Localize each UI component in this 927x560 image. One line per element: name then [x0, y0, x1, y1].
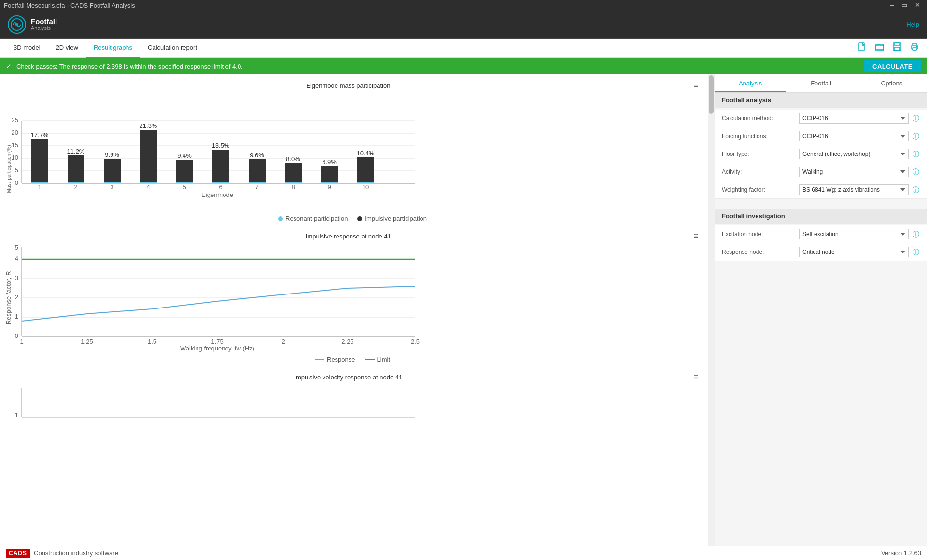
- right-tab-analysis[interactable]: Analysis: [715, 74, 786, 92]
- status-message: Check passes: The response of 2.398 is w…: [16, 63, 243, 70]
- check-icon: ✓: [6, 62, 12, 70]
- svg-text:3: 3: [15, 274, 18, 281]
- calc-method-info-button[interactable]: ⓘ: [912, 115, 920, 122]
- chart1-header: Eigenmode mass participation ≡: [5, 79, 700, 92]
- forcing-functions-select[interactable]: CCIP-016: [799, 131, 909, 141]
- app-title-block: Footfall Analysis: [31, 18, 57, 31]
- floor-type-row: Floor type: General (office, workshop) ⓘ: [715, 145, 927, 163]
- bar-6-impulsive: [212, 150, 229, 183]
- excitation-node-row: Excitation node: Self excitation ⓘ: [715, 225, 927, 243]
- svg-text:1: 1: [15, 411, 18, 419]
- save-button[interactable]: [890, 41, 904, 55]
- open-file-button[interactable]: [873, 41, 886, 55]
- calculate-button[interactable]: CALCULATE: [864, 60, 921, 72]
- chart2-menu-button[interactable]: ≡: [692, 232, 700, 240]
- right-tab-options[interactable]: Options: [857, 74, 927, 92]
- excitation-node-info-button[interactable]: ⓘ: [912, 231, 920, 238]
- close-button[interactable]: ✕: [912, 0, 923, 11]
- floor-type-label: Floor type:: [722, 151, 799, 157]
- svg-text:4: 4: [15, 255, 18, 262]
- activity-info-button[interactable]: ⓘ: [912, 168, 920, 175]
- tab-3d-model[interactable]: 3D model: [6, 39, 48, 58]
- scroll-track[interactable]: [708, 74, 715, 546]
- svg-point-8: [916, 46, 917, 47]
- svg-text:5: 5: [15, 167, 18, 174]
- chart1-menu-button[interactable]: ≡: [692, 81, 700, 90]
- legend-resonant-label: Resonant participation: [285, 215, 348, 222]
- svg-text:0: 0: [15, 179, 18, 186]
- response-node-row: Response node: Critical node ⓘ: [715, 243, 927, 261]
- excitation-node-select[interactable]: Self excitation: [799, 229, 909, 239]
- footfall-investigation-fields: Excitation node: Self excitation ⓘ Respo…: [715, 224, 927, 263]
- new-file-button[interactable]: [856, 41, 869, 55]
- calc-method-select[interactable]: CCIP-016: [799, 113, 909, 124]
- legend-response-label: Response: [327, 356, 355, 363]
- chart3-title: Impulsive velocity response at node 41: [294, 374, 402, 381]
- svg-text:2.25: 2.25: [341, 338, 353, 345]
- window-controls: – ▭ ✕: [887, 0, 923, 11]
- svg-text:9: 9: [327, 183, 331, 191]
- weighting-factor-label: Weighting factor:: [722, 186, 799, 193]
- svg-rect-5: [894, 47, 900, 50]
- svg-text:2: 2: [15, 294, 18, 301]
- calc-method-control: CCIP-016 ⓘ: [799, 113, 920, 124]
- logo-icon: [8, 15, 26, 34]
- chart3-menu-button[interactable]: ≡: [692, 373, 700, 381]
- floor-type-info-button[interactable]: ⓘ: [912, 151, 920, 157]
- scroll-thumb[interactable]: [709, 75, 714, 114]
- chart1-svg: Mass participation (%) 0 5 10 15 20 25: [5, 92, 425, 212]
- calc-method-label: Calculation method:: [722, 115, 799, 122]
- bar-7-impulsive: [249, 159, 266, 183]
- tab-2d-view[interactable]: 2D view: [48, 39, 86, 58]
- svg-text:Walking frequency, fw (Hz): Walking frequency, fw (Hz): [180, 345, 254, 352]
- title-bar: Footfall Mescouris.cfa - CADS Footfall A…: [0, 0, 927, 11]
- forcing-functions-info-button[interactable]: ⓘ: [912, 133, 920, 140]
- response-node-info-button[interactable]: ⓘ: [912, 249, 920, 255]
- svg-text:5: 5: [183, 183, 186, 191]
- minimize-button[interactable]: –: [887, 0, 897, 11]
- app-logo: Footfall Analysis: [8, 15, 57, 34]
- activity-control: Walking ⓘ: [799, 167, 920, 177]
- footfall-analysis-fields: Calculation method: CCIP-016 ⓘ Forcing f…: [715, 108, 927, 201]
- floor-type-select[interactable]: General (office, workshop): [799, 149, 909, 159]
- tab-result-graphs[interactable]: Result graphs: [86, 39, 140, 58]
- svg-text:25: 25: [12, 116, 18, 124]
- svg-text:2: 2: [281, 338, 285, 345]
- legend-resonant: Resonant participation: [278, 215, 348, 222]
- status-bar: ✓ Check passes: The response of 2.398 is…: [0, 58, 927, 74]
- help-link[interactable]: Help: [906, 21, 919, 28]
- svg-text:Eigenmode: Eigenmode: [201, 191, 233, 198]
- maximize-button[interactable]: ▭: [899, 0, 910, 11]
- footer-left: CADS Construction industry software: [6, 549, 118, 558]
- svg-text:2: 2: [74, 183, 77, 191]
- svg-text:21.3%: 21.3%: [140, 122, 157, 129]
- svg-text:1.75: 1.75: [211, 338, 223, 345]
- chart2-wrapper: Impulsive response at node 41 ≡ Response…: [0, 227, 715, 363]
- main-content: Eigenmode mass participation ≡ Mass part…: [0, 74, 927, 546]
- response-node-select[interactable]: Critical node: [799, 247, 909, 257]
- weighting-factor-info-button[interactable]: ⓘ: [912, 186, 920, 193]
- legend-response-line: [315, 359, 324, 360]
- section-spacer: [715, 201, 927, 209]
- bar-4-impulsive: [140, 130, 157, 183]
- toolbar-icons: [856, 41, 921, 55]
- toolbar: 3D model 2D view Result graphs Calculati…: [0, 39, 927, 58]
- right-tab-footfall[interactable]: Footfall: [786, 74, 856, 92]
- svg-text:1: 1: [20, 338, 23, 345]
- app-footer: CADS Construction industry software Vers…: [0, 546, 927, 560]
- version-text: Version 1.2.63: [881, 549, 921, 557]
- tab-calc-report[interactable]: Calculation report: [140, 39, 205, 58]
- cads-logo: CADS: [6, 549, 30, 558]
- bar-2-impulsive: [68, 155, 84, 183]
- svg-text:1.25: 1.25: [81, 338, 93, 345]
- footfall-analysis-section-header: Footfall analysis: [715, 93, 927, 108]
- app-title: Footfall: [31, 18, 57, 25]
- response-node-label: Response node:: [722, 249, 799, 255]
- svg-text:8.0%: 8.0%: [286, 155, 300, 163]
- print-button[interactable]: [908, 41, 921, 55]
- response-node-control: Critical node ⓘ: [799, 247, 920, 257]
- chart3-header: Impulsive velocity response at node 41 ≡: [5, 371, 700, 383]
- weighting-factor-select[interactable]: BS 6841 Wg: z-axis vibrations: [799, 184, 909, 195]
- activity-select[interactable]: Walking: [799, 167, 909, 177]
- svg-text:20: 20: [12, 129, 18, 136]
